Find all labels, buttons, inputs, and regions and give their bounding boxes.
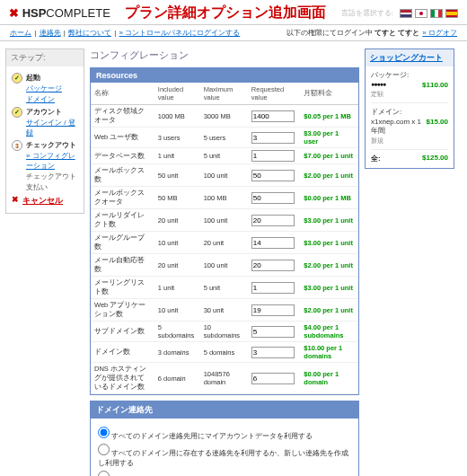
table-row: メールボックスクオータ50 MB100 MB$0.00 per 1 MB: [91, 187, 358, 209]
res-included: 10 unit: [154, 299, 200, 322]
res-included: 20 unit: [154, 209, 200, 232]
step3-badge: 3: [12, 140, 22, 151]
flag-us-icon[interactable]: [400, 9, 412, 18]
res-max: 30 unit: [200, 299, 248, 322]
cart-dom-note: 新規: [371, 137, 448, 145]
res-requested-input[interactable]: [251, 373, 295, 384]
flag-it-icon[interactable]: [430, 9, 443, 18]
table-row: Web アプリケーション数10 unit30 unit$2.00 per 1 u…: [91, 299, 358, 322]
res-requested-input[interactable]: [251, 132, 295, 144]
resources-table: 名称 Included value Maximum value Requeste…: [91, 83, 358, 394]
config-heading: コンフィグレーション: [90, 48, 359, 62]
login-status-pre: 以下の権限にてログイン中: [286, 29, 373, 37]
res-fee: $3.00 per 1 unit: [300, 277, 358, 299]
page-title: プラン詳細オプション追加画面: [125, 4, 326, 22]
res-requested-input[interactable]: [251, 150, 295, 162]
resources-title: Resources: [91, 68, 358, 83]
cancel-icon: ✖: [12, 195, 19, 204]
nav-contact[interactable]: 連絡先: [40, 29, 61, 37]
res-requested-input[interactable]: [251, 192, 295, 204]
res-fee: $3.00 per 1 user: [300, 128, 358, 148]
res-included: 3 domains: [154, 342, 200, 363]
nav-cp-login[interactable]: » コントロールパネルにログインする: [119, 29, 241, 37]
res-fee: $3.00 per 1 unit: [300, 232, 358, 254]
cart-pkg-note: 定額: [371, 90, 448, 99]
cart-pkg-label: パッケージ:: [371, 70, 448, 80]
res-max: 100 unit: [200, 254, 248, 277]
table-row: サブドメイン数5 subdomains10 subdomains$4.00 pe…: [91, 322, 358, 342]
res-name: メールリダイレクト数: [91, 209, 154, 232]
step1-sub-domain[interactable]: ドメイン: [26, 94, 62, 104]
step3-sub-checkout: チェックアウト: [26, 172, 78, 181]
res-included: 50 MB: [154, 187, 200, 209]
res-requested-input[interactable]: [251, 110, 295, 122]
res-included: 20 unit: [154, 254, 200, 277]
col-included: Included value: [154, 83, 200, 105]
cart-panel: ショッピングカート パッケージ: ●●●●●$110.00 定額 ドメイン: x…: [365, 48, 454, 169]
res-fee: $3.00 per 1 unit: [300, 209, 358, 232]
radio-use-existing[interactable]: すべてのドメイン用に存在する連絡先を利用するか、新しい連絡先を作成し利用する: [98, 444, 351, 468]
table-row: ディスク領域クオータ1000 MB3000 MB$0.05 per 1 MB: [91, 105, 358, 128]
cart-pkg-name: ●●●●●: [371, 81, 385, 89]
nav-logout[interactable]: » ログオフ: [422, 29, 457, 37]
radio-use-account[interactable]: すべてのドメイン連絡先用にマイアカウントデータを利用する: [98, 427, 351, 441]
res-requested-input[interactable]: [251, 282, 295, 294]
col-fee: 月額料金: [300, 83, 358, 105]
table-row: メールグループ数10 unit20 unit$3.00 per 1 unit: [91, 232, 358, 254]
cart-link[interactable]: ショッピングカート: [370, 53, 443, 62]
res-requested-input[interactable]: [251, 260, 295, 271]
res-name: データベース数: [91, 148, 154, 164]
res-requested-input[interactable]: [251, 215, 295, 226]
res-included: 3 users: [154, 128, 200, 148]
res-name: ドメイン数: [91, 342, 154, 363]
res-name: メールボックス数: [91, 164, 154, 187]
res-max: 20 unit: [200, 232, 248, 254]
res-included: 5 subdomains: [154, 322, 200, 342]
table-row: データベース数1 unit5 unit$7.00 per 1 unit: [91, 148, 358, 164]
res-fee: $2.00 per 1 unit: [300, 164, 358, 187]
table-row: Web ユーザ数3 users5 users$3.00 per 1 user: [91, 128, 358, 148]
res-fee: $4.00 per 1 subdomains: [300, 322, 358, 342]
res-requested-input[interactable]: [251, 170, 295, 181]
res-included: 1 unit: [154, 148, 200, 164]
steps-title: ステップ:: [6, 49, 84, 66]
step1-sub-package[interactable]: パッケージ: [26, 84, 62, 93]
res-included: 50 unit: [154, 164, 200, 187]
step1-label: 起動: [26, 74, 40, 82]
res-requested-input[interactable]: [251, 347, 295, 358]
res-requested-input[interactable]: [251, 237, 295, 249]
cart-dom-label: ドメイン:: [371, 107, 448, 117]
domain-contact-title: ドメイン連絡先: [91, 401, 358, 419]
step2-label: アカウント: [26, 108, 62, 116]
res-included: 6 domain: [154, 363, 200, 394]
cart-total: $125.00: [422, 154, 448, 163]
res-max: 100 MB: [200, 187, 248, 209]
res-max: 100 unit: [200, 209, 248, 232]
res-fee: $10.00 per 1 domains: [300, 342, 358, 363]
res-requested-input[interactable]: [251, 326, 295, 338]
res-max: 3000 MB: [200, 105, 248, 128]
res-max: 5 unit: [200, 277, 248, 299]
flag-es-icon[interactable]: [445, 9, 458, 18]
nav-home[interactable]: ホーム: [10, 29, 31, 37]
table-row: メール自動応答数20 unit100 unit$2.00 per 1 unit: [91, 254, 358, 277]
nav-about[interactable]: 弊社について: [68, 29, 111, 37]
table-row: メールリダイレクト数20 unit100 unit$3.00 per 1 uni…: [91, 209, 358, 232]
res-included: 10 unit: [154, 232, 200, 254]
table-row: メーリングリスト数1 unit5 unit$3.00 per 1 unit: [91, 277, 358, 299]
res-name: Web ユーザ数: [91, 128, 154, 148]
step3-sub-config[interactable]: » コンフィグレーション: [26, 151, 78, 171]
res-name: メーリングリスト数: [91, 277, 154, 299]
cart-dom-price: $15.00: [427, 118, 448, 136]
res-included: 1000 MB: [154, 105, 200, 128]
res-requested-input[interactable]: [251, 304, 295, 316]
res-name: DNS ホスティングが提供されているドメイン数: [91, 363, 154, 394]
res-fee: $0.05 per 1 MB: [300, 105, 358, 128]
step2-sub-signin[interactable]: サインイン / 登録: [26, 118, 78, 137]
res-fee: $2.00 per 1 unit: [300, 254, 358, 277]
radio-manual[interactable]: すべてのドメイン連絡先を手動にて設定する: [98, 471, 351, 476]
table-row: DNS ホスティングが提供されているドメイン数6 domain1048576 d…: [91, 363, 358, 394]
flag-jp-icon[interactable]: [415, 9, 427, 18]
cancel-link[interactable]: キャンセル: [22, 195, 63, 207]
res-fee: $2.00 per 1 unit: [300, 299, 358, 322]
